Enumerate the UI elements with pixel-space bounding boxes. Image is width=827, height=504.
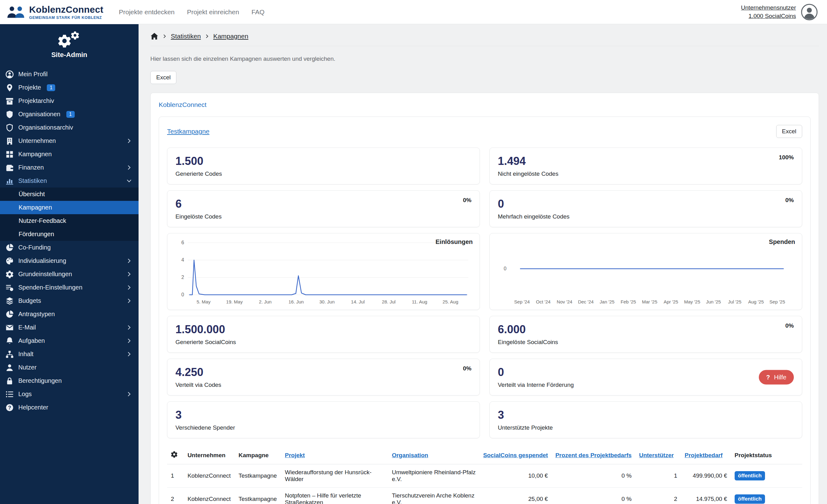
hilfe-button[interactable]: ?Hilfe [759,370,794,384]
sidebar-item-label: Berechtigungen [18,377,62,384]
stat-value: 3 [498,408,794,421]
svg-text:28. Jul: 28. Jul [382,299,395,304]
sidebar-item-projekte[interactable]: Projekte1 [0,81,139,94]
question-icon: ? [766,373,770,381]
sidebar-item-spenden-einstellungen[interactable]: Spenden-Einstellungen [0,281,139,294]
sidebar-item-e-mail[interactable]: E-Mail [0,321,139,334]
chart-card-spenden: Spenden0Sep '24Oct '24Nov '24Dec '24Jan … [489,233,802,310]
user-role-link[interactable]: Unternehmensnutzer [741,4,796,11]
table-header-unterstutzer: Unterstützer [635,446,681,464]
table-cell: KoblenzConnect [184,464,235,488]
list-icon [6,390,14,398]
sidebar-item-label: Mein Profil [18,71,47,78]
breadcrumb-link-kampagnen[interactable]: Kampagnen [213,33,248,40]
table-cell-status: öffentlich [731,488,802,504]
user-avatar[interactable] [801,4,818,20]
table-cell-status: öffentlich [731,464,802,488]
shield-icon [6,110,14,118]
stat-percent: 0% [463,365,472,372]
stat-value: 4.250 [176,366,472,379]
table-row: 2KoblenzConnectTestkampagneNotpfoten – H… [167,488,802,504]
building-icon [6,137,14,145]
home-icon[interactable] [150,32,158,40]
stat-card-eingeloste-socialcoins: 6.000Eingelöste SocialCoins0% [489,316,802,353]
sidebar-item-organisationsarchiv[interactable]: Organisationsarchiv [0,121,139,134]
sort-link-projekt[interactable]: Projekt [285,452,305,458]
sort-link-socialcoins-gespendet[interactable]: SocialCoins gespendet [483,452,548,458]
sitemap-icon [6,350,14,358]
svg-text:2. Jun: 2. Jun [259,299,272,304]
sidebar-subitem-forderungen[interactable]: Förderungen [0,228,139,241]
company-link[interactable]: KoblenzConnect [159,101,206,108]
sidebar-subitem-ubersicht[interactable]: Übersicht [0,188,139,201]
top-nav-faq[interactable]: FAQ [251,8,264,16]
stat-value: 1.494 [498,155,794,168]
avatar-person-icon [801,4,818,20]
sort-link-unterstutzer[interactable]: Unterstützer [639,452,674,458]
svg-text:Jan '25: Jan '25 [600,299,615,304]
sort-link-organisation[interactable]: Organisation [392,452,428,458]
shield-outline-icon [6,124,14,132]
sidebar-item-unternehmen[interactable]: Unternehmen [0,134,139,148]
sidebar-item-projektarchiv[interactable]: Projektarchiv [0,94,139,108]
help-icon: ? [6,404,14,412]
stat-value: 6 [176,197,472,210]
svg-text:Nov '24: Nov '24 [557,299,572,304]
sidebar-item-label: Statistiken [18,177,47,185]
gear-icon[interactable] [171,451,178,458]
sidebar-item-nutzer[interactable]: Nutzer [0,361,139,374]
sidebar-subitem-nutzer-feedback[interactable]: Nutzer-Feedback [0,214,139,228]
sidebar-item-budgets[interactable]: Budgets [0,294,139,307]
top-nav-projekt-einreichen[interactable]: Projekt einreichen [187,8,239,16]
sidebar-item-finanzen[interactable]: Finanzen [0,161,139,174]
brand-logo[interactable]: KoblenzConnect GEMEINSAM STARK FÜR KOBLE… [6,4,103,20]
sidebar-item-antragstypen[interactable]: Antragstypen [0,307,139,321]
sidebar-item-organisationen[interactable]: Organisationen1 [0,108,139,121]
chevron-right-icon [127,338,132,344]
sidebar-menu: Mein ProfilProjekte1ProjektarchivOrganis… [0,67,139,414]
table-row: 1KoblenzConnectTestkampagneWiederauffors… [167,464,802,488]
breadcrumb-link-statistiken[interactable]: Statistiken [171,33,201,40]
table-cell: 25,00 € [480,488,552,504]
sort-link-projektbedarf[interactable]: Projektbedarf [685,452,723,458]
stat-card-generierte-socialcoins: 1.500.000Generierte SocialCoins [167,316,480,353]
svg-text:?: ? [8,404,11,410]
brand-tagline: GEMEINSAM STARK FÜR KOBLENZ [29,15,103,20]
svg-text:Dec '24: Dec '24 [578,299,594,304]
sidebar-item-kampagnen[interactable]: Kampagnen [0,148,139,161]
person-circle-icon [6,70,14,79]
palette-icon [6,257,14,265]
stat-percent: 0% [463,197,472,204]
sidebar-item-mein-profil[interactable]: Mein Profil [0,67,139,81]
socialcoins-link[interactable]: 1.000 SocialCoins [748,13,796,19]
doc-pie-icon [6,310,14,318]
sidebar-item-label: Budgets [18,297,41,304]
chevron-right-icon [205,34,209,39]
stat-label: Generierte SocialCoins [176,339,472,346]
sort-link-prozent-des-projektbedarfs[interactable]: Prozent des Projektbedarfs [555,452,632,458]
stat-percent: 0% [785,322,794,329]
chevron-right-icon [127,298,132,303]
envelope-icon [6,323,14,332]
sidebar-item-grundeinstellungen[interactable]: Grundeinstellungen [0,267,139,281]
campaign-link[interactable]: Testkampagne [167,128,209,135]
gear-small-icon [71,31,79,41]
sidebar-item-aufgaben[interactable]: Aufgaben [0,334,139,348]
sidebar-subitem-kampagnen[interactable]: Kampagnen [0,201,139,214]
sidebar-item-helpcenter[interactable]: ?Helpcenter [0,401,139,414]
table-cell: Notpfoten – Hilfe für verletzte Straßenk… [281,488,388,504]
excel-export-button[interactable]: Excel [150,71,176,84]
stat-label: Nicht eingelöste Codes [498,170,794,177]
sidebar-item-co-funding[interactable]: Co-Funding [0,241,139,254]
sidebar-item-individualisierung[interactable]: Individualisierung [0,254,139,267]
sidebar-item-logs[interactable]: Logs [0,388,139,401]
sidebar-item-inhalt[interactable]: Inhalt [0,348,139,361]
site-admin-header: Site-Admin [0,24,139,63]
table-cell: Testkampagne [235,488,281,504]
svg-text:Sep '24: Sep '24 [514,299,530,304]
campaign-excel-button[interactable]: Excel [776,125,802,138]
sidebar-item-label: Organisationsarchiv [18,124,73,131]
sidebar-item-statistiken[interactable]: Statistiken [0,174,139,188]
sidebar-item-berechtigungen[interactable]: Berechtigungen [0,374,139,388]
top-nav-projekte-entdecken[interactable]: Projekte entdecken [119,8,175,16]
